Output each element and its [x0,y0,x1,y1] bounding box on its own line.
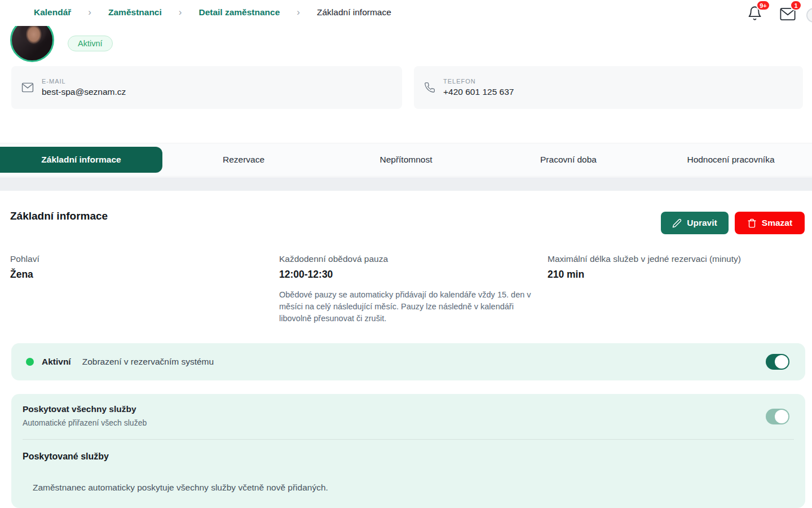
field-max-duration: Maximální délka služeb v jedné rezervaci… [548,254,741,281]
chevron-right-icon: › [179,7,182,18]
user-avatar-partial[interactable] [806,8,812,23]
card-divider [23,439,794,440]
provided-services-note: Zaměstnanec automaticky poskytuje všechn… [33,483,328,493]
field-lunch-value: 12:00-12:30 [279,269,540,281]
chevron-right-icon: › [88,7,91,18]
employee-detail-page: Kalendář › Zaměstnanci › Detail zaměstna… [0,0,812,508]
phone-icon [424,82,435,93]
tab-basic-info[interactable]: Základní informace [0,147,162,173]
delete-button[interactable]: Smazat [735,212,805,234]
field-gender-value: Žena [10,269,39,281]
provide-all-services-toggle[interactable] [766,409,789,424]
phone-label: TELEFON [443,78,514,85]
toggle-knob [775,355,788,369]
field-lunch-note: Obědové pauzy se automaticky přidávají d… [279,289,540,325]
tab-absence[interactable]: Nepřítomnost [325,143,487,176]
delete-button-label: Smazat [762,218,792,228]
chevron-right-icon: › [297,7,300,18]
tab-bar: Základní informace Rezervace Nepřítomnos… [0,143,812,177]
visibility-label: Zobrazení v rezervačním systému [82,357,214,367]
edit-button[interactable]: Upravit [661,212,729,234]
section-divider-band [0,177,812,191]
tab-working-hours[interactable]: Pracovní doba [487,143,650,176]
avatar-wrapper [10,26,59,63]
visibility-toggle[interactable] [766,354,789,370]
phone-value: +420 601 125 637 [443,87,514,97]
provide-all-services-subtitle: Automatické přiřazení všech služeb [23,418,805,427]
email-label: E-MAIL [42,78,126,85]
trash-icon [747,218,757,228]
provided-services-title: Poskytované služby [23,452,109,462]
breadcrumb-current: Základní informace [317,7,391,17]
field-lunch-break: Každodenní obědová pauza 12:00-12:30 Obě… [279,254,540,325]
tab-reservations[interactable]: Rezervace [162,143,325,176]
email-value: best-spa@seznam.cz [42,87,126,97]
visibility-status: Aktivní [42,357,71,367]
status-badge: Aktivní [68,36,113,51]
breadcrumb-calendar[interactable]: Kalendář [34,7,71,17]
phone-card: TELEFON +420 601 125 637 [414,66,803,109]
field-lunch-label: Každodenní obědová pauza [279,254,540,264]
employee-avatar[interactable] [10,26,54,62]
toggle-knob [775,410,788,423]
provide-all-services-title: Poskytovat všechny služby [23,404,805,414]
field-gender-label: Pohlaví [10,254,39,264]
messages-count-badge: 1 [790,0,802,11]
field-max-duration-label: Maximální délka služeb v jedné rezervaci… [548,254,741,264]
page-title: Základní informace [10,210,108,222]
pencil-icon [672,218,682,228]
tab-employee-rating[interactable]: Hodnocení pracovníka [650,143,812,176]
services-card: Poskytovat všechny služby Automatické př… [11,394,805,508]
status-dot-icon [26,358,34,366]
breadcrumb-employee-detail[interactable]: Detail zaměstnance [198,7,280,17]
visibility-card: Aktivní Zobrazení v rezervačním systému [11,343,805,380]
field-max-duration-value: 210 min [548,269,741,281]
email-card: E-MAIL best-spa@seznam.cz [11,66,402,109]
breadcrumb: Kalendář › Zaměstnanci › Detail zaměstna… [34,7,391,18]
edit-button-label: Upravit [687,218,717,228]
breadcrumb-employees[interactable]: Zaměstnanci [108,7,162,17]
notifications-count-badge: 9+ [756,0,770,11]
field-gender: Pohlaví Žena [10,254,39,281]
email-icon [21,82,34,93]
